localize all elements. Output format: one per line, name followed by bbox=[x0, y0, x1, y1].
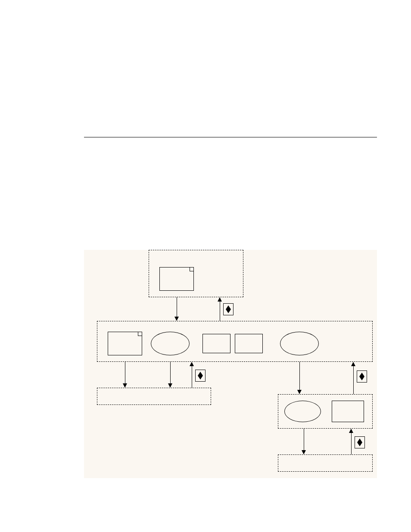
arrow-bl-to-mid bbox=[192, 364, 192, 388]
arrowhead-down-icon bbox=[123, 383, 127, 388]
bottom-right-sublist bbox=[278, 454, 373, 472]
diamond-badge-bl bbox=[195, 370, 206, 382]
arrow-mid-to-bl-1 bbox=[125, 362, 125, 386]
middle-ellipse-2 bbox=[280, 332, 319, 355]
middle-ellipse-1 bbox=[151, 332, 190, 355]
top-note-dogear-icon bbox=[190, 267, 194, 271]
arrowhead-down-icon bbox=[297, 390, 302, 394]
svg-marker-0 bbox=[226, 305, 231, 313]
svg-marker-1 bbox=[198, 372, 203, 380]
arrow-top-to-middle bbox=[177, 297, 177, 319]
arrowhead-up-icon bbox=[351, 362, 355, 366]
arrow-br-to-sub bbox=[304, 429, 304, 452]
header-rule bbox=[84, 137, 377, 137]
top-note bbox=[159, 267, 194, 291]
page bbox=[0, 0, 411, 532]
arrowhead-down-icon bbox=[168, 383, 172, 388]
diamond-badge-top bbox=[223, 303, 234, 315]
arrow-sub-to-br bbox=[351, 431, 352, 454]
arrowhead-up-icon bbox=[218, 297, 222, 302]
arrow-mid-to-bl-2 bbox=[170, 362, 171, 386]
arrow-br-to-mid bbox=[353, 364, 354, 394]
arrowhead-up-icon bbox=[190, 362, 194, 366]
middle-note-dogear-icon bbox=[138, 332, 142, 336]
uml-diagram bbox=[84, 250, 377, 478]
arrowhead-up-icon bbox=[349, 429, 353, 433]
svg-marker-3 bbox=[357, 439, 362, 446]
arrow-mid-to-br bbox=[299, 362, 300, 392]
middle-note bbox=[108, 332, 142, 355]
bottom-left-group bbox=[97, 388, 211, 405]
middle-rect-2 bbox=[235, 334, 263, 353]
middle-rect-1 bbox=[202, 334, 230, 353]
arrow-middle-to-top bbox=[220, 299, 220, 321]
svg-marker-2 bbox=[359, 373, 364, 380]
br-rect bbox=[332, 401, 364, 422]
diamond-badge-br bbox=[357, 370, 367, 383]
arrowhead-down-icon bbox=[302, 450, 306, 454]
br-ellipse bbox=[284, 401, 321, 422]
diamond-badge-sub bbox=[355, 436, 365, 448]
arrowhead-down-icon bbox=[174, 317, 179, 321]
